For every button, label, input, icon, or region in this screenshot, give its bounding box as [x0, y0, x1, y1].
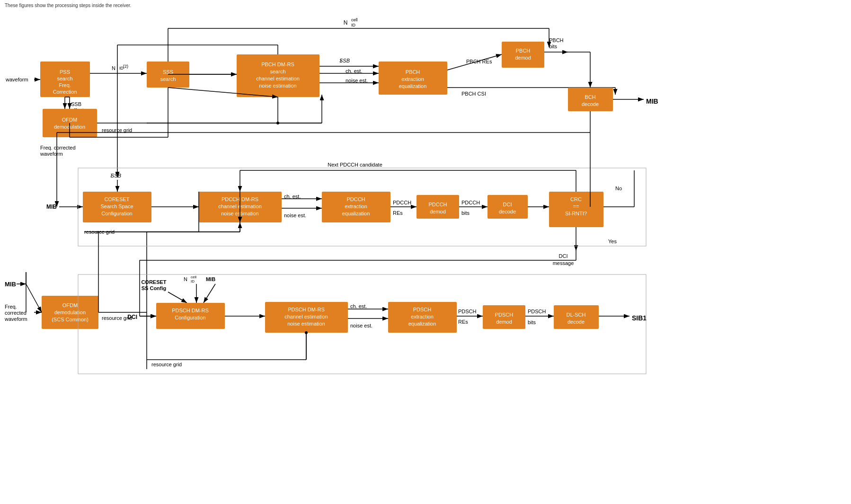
ofdm-scs-text1: OFDM [62, 302, 78, 308]
svg-text:cell: cell [351, 18, 358, 22]
dci-decode-text1: DCI [503, 202, 512, 207]
svg-text:(2): (2) [123, 64, 128, 69]
pbch-dmrs-text3: channel estimation [256, 76, 300, 81]
pdsch-bits-label2: bits [528, 319, 536, 325]
svg-text:ID: ID [351, 23, 356, 27]
freq-corr-label1: Freq. corrected [40, 145, 76, 150]
mib-bottom-label: MIB [5, 281, 16, 288]
coreset-text1: CORESET [104, 196, 129, 202]
mib-pdsch-label: MIB [206, 276, 215, 282]
ofdm-scs-text3: (SCS Common) [52, 317, 89, 322]
nid-cell-bottom: N [184, 276, 187, 282]
pdcch-res-label2: REs [393, 210, 403, 216]
chest-label: ch. est. [346, 68, 362, 74]
coreset-text3: Configuration [101, 211, 132, 216]
pdsch-ext-text1: PDSCH [413, 307, 432, 312]
pdcch-ext-text3: equalization [342, 211, 370, 216]
pbch-ext-text1: PBCH [406, 69, 420, 75]
pdsch-bits-label: PDSCH [528, 309, 546, 314]
next-pdcch-label: Next PDCCH candidate [328, 162, 382, 168]
pdsch-ext-text3: equalization [408, 321, 436, 327]
pdsch-demod-text1: PDSCH [495, 312, 514, 318]
sss-text2: search [160, 76, 176, 82]
dci-message-label2: message [553, 260, 574, 266]
pdcch-noiseest-label: noise est. [284, 212, 306, 218]
issb-label2: SSB [339, 58, 350, 63]
freq-corr-bottom3: waveform [4, 316, 27, 322]
mib-output-label: MIB [646, 97, 658, 105]
no-label: No [615, 186, 622, 191]
sib1-label: SIB1 [632, 314, 647, 322]
coreset-ss-label: CORESET [141, 279, 166, 285]
pdsch-dmrs-text3: noise estimation [287, 321, 325, 327]
pbch-bits-label2: bits [549, 44, 558, 49]
ofdm-scs-text2: demodulation [54, 309, 86, 315]
pdsch-noiseest-label: noise est. [350, 323, 372, 328]
pdsch-chest-label: ch. est. [350, 303, 367, 309]
pbch-ext-text3: equalization [399, 83, 427, 89]
freq-corr-bottom1: Freq. [5, 304, 17, 309]
pss-text2: search [57, 76, 72, 81]
dci-pdsch-label: DCI [127, 314, 137, 320]
coreset-ss-label2: SS Config [142, 285, 167, 291]
ssb-offset-label: SSB [71, 101, 81, 107]
pdsch-cfg-text1: PDSCH DM-RS [172, 308, 209, 313]
noiseest-label: noise est. [346, 78, 368, 83]
waveform-label: waveform [5, 77, 28, 82]
ofdm-text1: OFDM [62, 117, 77, 123]
pdsch-dmrs-text1: PDSCH DM-RS [288, 307, 325, 312]
nid2-label: N [112, 65, 115, 71]
dci-message-label: DCI [559, 253, 568, 259]
crc-text2: == [573, 203, 579, 209]
svg-line-83 [26, 284, 42, 312]
pdsch-ext-text2: extraction [411, 314, 434, 319]
pdsch-demod-text2: demod [496, 319, 512, 325]
svg-text:cell: cell [191, 275, 196, 279]
pdcch-bits-label2: bits [461, 210, 470, 216]
pdcch-bits-label: PDCCH [461, 200, 480, 205]
svg-text:ID: ID [191, 279, 195, 283]
pdcch-ext-text2: extraction [345, 203, 367, 209]
pbch-res-label: PBCH REs [466, 59, 492, 64]
coreset-text2: Search Space [100, 203, 133, 209]
bch-text2: decode [582, 101, 599, 107]
pbch-ext-text2: extraction [401, 76, 424, 82]
block-diagram: waveform PSS search Freq. Correction SSB… [0, 0, 851, 504]
yes-label: Yes [608, 239, 617, 244]
crc-text3: SI-RNTI? [565, 211, 587, 216]
resource-grid-label3: resource grid [151, 362, 182, 367]
pdcch-demod-text2: demod [430, 209, 446, 214]
pdsch-cfg-text2: Configuration [175, 315, 205, 320]
pbch-dmrs-text4: noise estimation [259, 83, 297, 88]
pdcch-demod-text1: PDCCH [428, 202, 447, 207]
nid-cell-label: N [344, 19, 348, 26]
pdcch-res-label: PDCCH [393, 200, 411, 205]
pbch-dmrs-text1: PBCH DM-RS [261, 62, 294, 67]
pss-text4: Correction [53, 89, 77, 95]
pbch-dmrs-text2: search [270, 69, 285, 74]
mib-coreset-label: MIB [46, 203, 57, 210]
pdsch-res-label: PDSCH [458, 309, 477, 314]
crc-text1: CRC [570, 196, 582, 202]
svg-line-48 [168, 292, 187, 303]
dlsch-text2: decode [567, 319, 585, 325]
pdcch-ext-text1: PDCCH [346, 196, 365, 202]
pdsch-res-label2: REs [458, 319, 468, 325]
pbch-csi-label: PBCH CSI [461, 91, 486, 97]
sss-text1: SSS [163, 69, 173, 75]
pbch-bits-label: PBCH [549, 37, 564, 43]
freq-corr-label2: waveform [40, 151, 63, 157]
pss-text3: Freq. [59, 82, 71, 88]
pss-text1: PSS [60, 69, 70, 75]
pdcch-chest-label: ch. est. [284, 194, 301, 199]
bch-text1: BCH [585, 94, 595, 100]
issb-input-label2: SSB [111, 173, 121, 178]
freq-corr-bottom2: corrected [5, 310, 27, 316]
svg-point-73 [276, 122, 279, 124]
dlsch-text1: DL-SCH [567, 312, 586, 318]
resource-grid-label1: resource grid [102, 127, 132, 133]
pbch-demod-text1: PBCH [516, 48, 531, 53]
dci-decode-text2: decode [499, 209, 516, 214]
pbch-demod-text2: demod [515, 55, 531, 61]
svg-line-50 [204, 284, 215, 303]
